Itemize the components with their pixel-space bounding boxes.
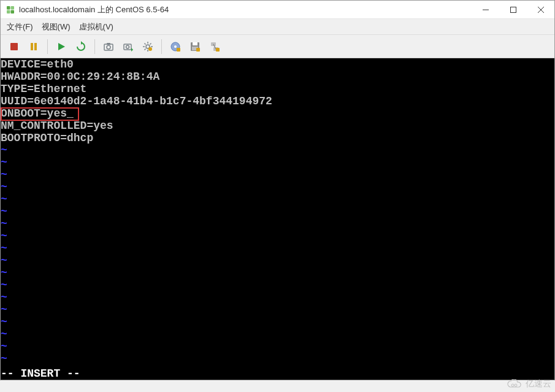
close-button[interactable] (527, 1, 554, 18)
toolbar-separator (94, 39, 95, 54)
menu-view[interactable]: 视图(W) (42, 21, 71, 33)
titlebar: localhost.localdomain 上的 CentOS 6.5-64 (1, 1, 554, 19)
terminal-line: UUID=6e0140d2-1a48-41b4-b1c7-4bf34419497… (1, 95, 554, 107)
settings-button[interactable] (139, 38, 156, 55)
restart-button[interactable] (72, 38, 90, 55)
pause-button[interactable] (25, 38, 42, 55)
svg-rect-0 (7, 6, 10, 10)
svg-rect-8 (10, 43, 18, 50)
maximize-button[interactable] (499, 1, 527, 18)
play-button[interactable] (53, 38, 70, 55)
snapshot-button[interactable] (100, 38, 117, 55)
svg-rect-9 (31, 43, 33, 50)
snapshot-manager-button[interactable] (120, 38, 137, 55)
stop-button[interactable] (6, 38, 23, 55)
svg-rect-3 (11, 10, 15, 13)
toolbar-separator (161, 39, 162, 54)
vi-tilde-column: ~ ~ ~ ~ ~ ~ ~ ~ ~ ~ ~ ~ ~ ~ ~ ~ ~ ~ (1, 144, 7, 365)
menu-file[interactable]: 文件(F) (7, 21, 33, 33)
app-icon (6, 5, 15, 15)
svg-rect-27 (196, 48, 200, 52)
svg-rect-5 (510, 7, 516, 12)
svg-rect-25 (193, 42, 197, 45)
svg-marker-18 (131, 48, 133, 52)
menu-vm[interactable]: 虚拟机(V) (79, 21, 113, 33)
svg-marker-12 (81, 41, 83, 45)
minimize-button[interactable] (472, 1, 499, 18)
svg-point-32 (511, 384, 514, 386)
svg-rect-10 (34, 43, 37, 50)
cloud-icon (507, 379, 523, 389)
terminal-line: ONBOOT=yes_ (1, 107, 554, 120)
svg-rect-15 (107, 43, 110, 45)
svg-point-20 (148, 47, 152, 51)
floppy-button[interactable] (186, 38, 204, 55)
window-title: localhost.localdomain 上的 CentOS 6.5-64 (19, 4, 472, 15)
svg-rect-23 (177, 48, 180, 52)
terminal-line: DEVICE=eth0 (1, 58, 554, 71)
vmware-console-window: localhost.localdomain 上的 CentOS 6.5-64 文… (0, 0, 555, 380)
terminal-line: HWADDR=00:0C:29:24:8B:4A (1, 71, 554, 83)
svg-marker-11 (58, 43, 65, 50)
svg-point-22 (174, 45, 177, 48)
terminal-line: TYPE=Ethernet (1, 83, 554, 95)
cd-dvd-button[interactable] (167, 38, 184, 55)
vi-status-line: -- INSERT -- (1, 367, 554, 380)
toolbar-separator (47, 39, 48, 54)
menubar: 文件(F) 视图(W) 虚拟机(V) (1, 19, 554, 35)
svg-rect-1 (11, 6, 15, 10)
toolbar (1, 35, 554, 58)
terminal-line: NM_CONTROLLED=yes (1, 120, 554, 132)
svg-point-33 (515, 384, 517, 386)
svg-rect-2 (7, 10, 10, 13)
network-button[interactable] (206, 38, 223, 55)
svg-rect-31 (216, 48, 220, 52)
svg-point-14 (107, 45, 110, 49)
svg-point-17 (126, 45, 129, 48)
terminal-line: BOOTPROTO=dhcp (1, 132, 554, 144)
window-controls (472, 1, 554, 18)
terminal[interactable]: DEVICE=eth0 HWADDR=00:0C:29:24:8B:4A TYP… (1, 58, 554, 380)
